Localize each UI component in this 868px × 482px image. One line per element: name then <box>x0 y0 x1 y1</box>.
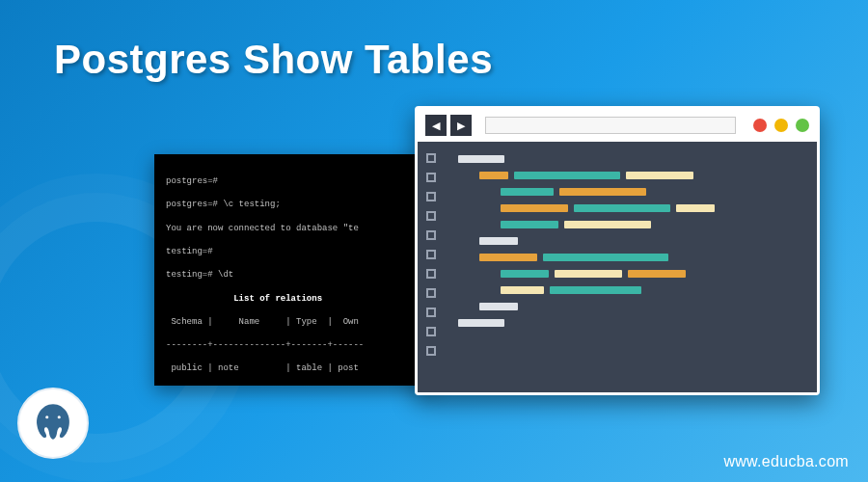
watermark-text: www.educba.com <box>723 453 849 470</box>
editor-body <box>418 142 817 392</box>
gutter-marker <box>426 153 436 163</box>
gutter-marker <box>426 308 436 317</box>
term-line: postgres=# <box>166 175 422 187</box>
gutter-marker <box>426 269 436 279</box>
line-gutter <box>418 142 445 392</box>
term-line: public | note | table | post <box>166 362 422 374</box>
code-token <box>550 286 641 294</box>
code-token <box>555 270 622 278</box>
term-line: testing=# <box>166 246 422 257</box>
terminal-window: postgres=# postgres=# \c testing; You ar… <box>154 154 434 386</box>
code-token <box>479 172 508 179</box>
minimize-icon[interactable] <box>774 119 788 132</box>
code-token <box>501 286 544 294</box>
gutter-marker <box>426 173 436 182</box>
code-token <box>676 204 715 212</box>
gutter-marker <box>426 288 436 298</box>
gutter-marker <box>426 230 436 240</box>
code-token <box>458 155 504 163</box>
term-line: --------+--------------+-------+------ <box>166 339 422 351</box>
elephant-icon <box>28 398 78 448</box>
code-token <box>501 204 568 212</box>
code-token <box>514 172 620 179</box>
code-token <box>628 270 686 278</box>
code-token <box>479 237 518 245</box>
gutter-marker <box>426 192 436 201</box>
nav-forward-button[interactable]: ▶ <box>450 115 472 136</box>
code-token <box>501 270 549 278</box>
term-line: Schema | Name | Type | Own <box>166 316 422 328</box>
close-icon[interactable] <box>753 119 767 132</box>
maximize-icon[interactable] <box>796 119 809 132</box>
svg-point-0 <box>45 415 48 418</box>
code-token <box>479 303 518 310</box>
code-token <box>501 188 554 196</box>
code-token <box>564 221 651 228</box>
code-token <box>501 221 558 228</box>
svg-point-1 <box>58 415 61 418</box>
page-title: Postgres Show Tables <box>54 37 493 83</box>
term-header: List of relations <box>166 293 422 305</box>
code-token <box>543 254 668 261</box>
gutter-marker <box>426 327 436 336</box>
code-token <box>626 172 693 179</box>
term-line: testing=# \dt <box>166 269 422 281</box>
postgresql-logo <box>17 388 89 459</box>
gutter-marker <box>426 211 436 221</box>
code-token <box>479 254 537 261</box>
nav-back-button[interactable]: ◀ <box>425 115 447 136</box>
gutter-marker <box>426 346 436 356</box>
term-line: postgres=# \c testing; <box>166 199 422 210</box>
editor-titlebar: ◀ ▶ <box>418 109 817 142</box>
code-token <box>458 319 504 327</box>
code-token <box>559 188 646 196</box>
code-token <box>574 204 670 212</box>
code-editor-window: ◀ ▶ <box>415 106 820 395</box>
address-bar[interactable] <box>485 117 736 134</box>
gutter-marker <box>426 250 436 259</box>
code-area <box>445 142 817 392</box>
term-line: You are now connected to database "te <box>166 223 422 234</box>
